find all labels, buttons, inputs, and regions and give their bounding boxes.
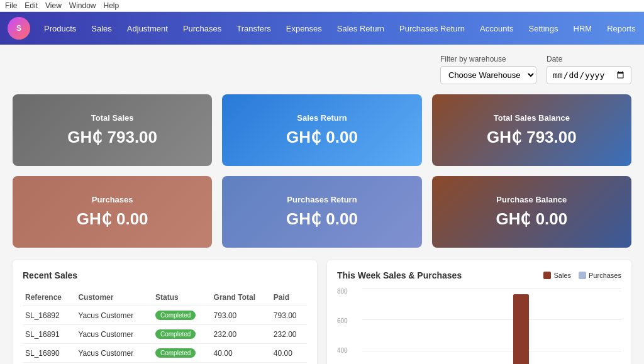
- col-customer: Customer: [75, 289, 153, 306]
- cell-reference: SL_16890: [23, 344, 75, 363]
- cell-status: Completed: [153, 344, 211, 363]
- legend-purchases: Purchases: [579, 272, 621, 279]
- chart-area: 0 200 400 600 800: [337, 288, 621, 364]
- card-sales-return-value: GH₵ 0.00: [286, 128, 358, 147]
- recent-sales-panel: Recent Sales Reference Customer Status G…: [13, 260, 317, 364]
- card-purchases-return-label: Purchases Return: [287, 195, 357, 204]
- warehouse-filter-group: Filter by warehouse Choose Warehouse: [440, 55, 536, 84]
- card-total-balance-label: Total Sales Balance: [494, 113, 570, 123]
- status-badge: Completed: [155, 311, 196, 320]
- chart-y-axis: 0 200 400 600 800: [337, 288, 348, 364]
- col-reference: Reference: [23, 289, 75, 306]
- main-content: Filter by warehouse Choose Warehouse Dat…: [0, 45, 644, 364]
- date-filter-label: Date: [547, 55, 631, 63]
- card-total-sales: Total Sales GH₵ 793.00: [13, 94, 212, 166]
- cell-grand-total: 793.00: [211, 306, 271, 325]
- y-label-400: 400: [337, 347, 348, 354]
- nav-logo-left: S: [8, 17, 30, 40]
- cell-grand-total: 40.00: [211, 344, 271, 363]
- card-total-balance-value: GH₵ 793.00: [487, 128, 577, 147]
- filter-row: Filter by warehouse Choose Warehouse Dat…: [13, 55, 631, 84]
- col-paid: Paid: [271, 289, 307, 306]
- cell-customer: Yacus Customer: [75, 306, 153, 325]
- nav-expenses[interactable]: Expenses: [280, 20, 328, 37]
- date-filter-group: Date: [547, 55, 631, 84]
- bar-group: [513, 294, 546, 364]
- menu-window[interactable]: Window: [69, 1, 96, 10]
- recent-sales-table: Reference Customer Status Grand Total Pa…: [23, 289, 307, 364]
- cell-customer: Yacus Customer: [75, 325, 153, 344]
- nav-products[interactable]: Products: [38, 20, 82, 37]
- chart-header: This Week Sales & Purchases Sales Purcha…: [337, 270, 621, 280]
- legend-sales-dot: [543, 272, 551, 279]
- nav-sales[interactable]: Sales: [85, 20, 118, 37]
- nav-settings[interactable]: Settings: [523, 20, 565, 37]
- bars-container: [362, 288, 621, 364]
- card-total-sales-label: Total Sales: [91, 113, 134, 123]
- cell-paid: 232.00: [271, 325, 307, 344]
- chart-legend: Sales Purchases: [543, 272, 621, 279]
- card-purchases-label: Purchases: [92, 195, 133, 204]
- svg-text:S: S: [16, 24, 21, 33]
- menu-help[interactable]: Help: [104, 1, 119, 10]
- cell-paid: 793.00: [271, 306, 307, 325]
- nav-adjustment[interactable]: Adjustment: [121, 20, 174, 37]
- card-purchase-balance-label: Purchase Balance: [496, 195, 567, 204]
- nav-transfers[interactable]: Transfers: [230, 20, 277, 37]
- warehouse-filter-label: Filter by warehouse: [440, 55, 536, 63]
- card-purchase-balance-value: GH₵ 0.00: [496, 209, 567, 229]
- table-row: SL_16890 Yacus Customer Completed 40.00 …: [23, 344, 307, 363]
- col-status: Status: [153, 289, 211, 306]
- card-sales-return: Sales Return GH₵ 0.00: [222, 94, 421, 166]
- legend-sales-label: Sales: [553, 272, 571, 279]
- card-purchases: Purchases GH₵ 0.00: [13, 176, 212, 248]
- card-total-sales-value: GH₵ 793.00: [67, 128, 157, 147]
- table-row: SL_16891 Yacus Customer Completed 232.00…: [23, 325, 307, 344]
- legend-purchases-label: Purchases: [589, 272, 621, 279]
- nav-purchases-return[interactable]: Purchases Return: [393, 20, 471, 37]
- cell-paid: 40.00: [271, 344, 307, 363]
- warehouse-select[interactable]: Choose Warehouse: [440, 66, 536, 84]
- chart-panel: This Week Sales & Purchases Sales Purcha…: [327, 260, 631, 364]
- nav-accounts[interactable]: Accounts: [474, 20, 519, 37]
- menu-bar: File Edit View Window Help: [0, 0, 644, 12]
- menu-edit[interactable]: Edit: [25, 1, 38, 10]
- chart-title: This Week Sales & Purchases: [337, 270, 462, 280]
- card-total-balance: Total Sales Balance GH₵ 793.00: [432, 94, 631, 166]
- menu-file[interactable]: File: [5, 1, 17, 10]
- nav-sales-return[interactable]: Sales Return: [331, 20, 391, 37]
- card-sales-return-label: Sales Return: [297, 113, 347, 123]
- card-purchases-value: GH₵ 0.00: [77, 209, 148, 229]
- cell-grand-total: 232.00: [211, 325, 271, 344]
- nav-reports[interactable]: Reports: [601, 20, 642, 37]
- status-badge: Completed: [155, 329, 196, 339]
- nav-hrm[interactable]: HRM: [567, 20, 599, 37]
- card-purchases-return: Purchases Return GH₵ 0.00: [222, 176, 421, 248]
- cell-reference: SL_16892: [23, 306, 75, 325]
- table-row: SL_16892 Yacus Customer Completed 793.00…: [23, 306, 307, 325]
- menu-view[interactable]: View: [45, 1, 62, 10]
- nav-bar: S Products Sales Adjustment Purchases Tr…: [0, 12, 644, 45]
- recent-sales-title: Recent Sales: [23, 270, 307, 280]
- legend-sales: Sales: [543, 272, 571, 279]
- date-input[interactable]: [547, 66, 631, 84]
- legend-purchases-dot: [579, 272, 586, 279]
- nav-purchases[interactable]: Purchases: [177, 20, 228, 37]
- card-purchase-balance: Purchase Balance GH₵ 0.00: [432, 176, 631, 248]
- cell-status: Completed: [153, 325, 211, 344]
- cell-customer: Yacus Customer: [75, 344, 153, 363]
- bottom-section: Recent Sales Reference Customer Status G…: [13, 260, 631, 364]
- status-badge: Completed: [155, 348, 196, 358]
- col-grand-total: Grand Total: [211, 289, 271, 306]
- card-purchases-return-value: GH₵ 0.00: [286, 209, 358, 229]
- cell-reference: SL_16891: [23, 325, 75, 344]
- y-label-800: 800: [337, 288, 348, 295]
- cell-status: Completed: [153, 306, 211, 325]
- cards-grid: Total Sales GH₵ 793.00 Sales Return GH₵ …: [13, 94, 631, 248]
- sales-bar: [513, 294, 529, 364]
- y-label-600: 600: [337, 317, 348, 324]
